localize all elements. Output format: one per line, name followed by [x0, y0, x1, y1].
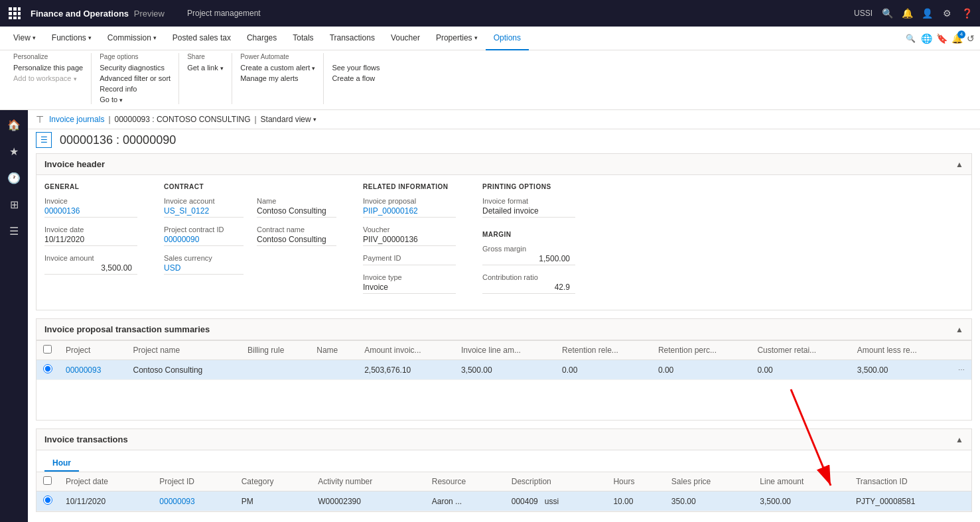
user-circle-icon[interactable]: 👤 [919, 5, 935, 21]
trans-col-line-amount[interactable]: Line amount [753, 472, 849, 491]
invoice-header-collapse[interactable]: ▲ [955, 160, 963, 169]
invoice-type-field: Invoice type Invoice [363, 273, 456, 294]
list-view-btn[interactable]: ☰ [36, 132, 52, 148]
col-project-name[interactable]: Project name [127, 341, 242, 360]
contribution-ratio-value: 42.9 [482, 283, 575, 294]
help-icon[interactable]: ❓ [959, 5, 975, 21]
trans-col-select [36, 472, 59, 491]
trans-row-sales-price: 350.00 [665, 491, 753, 511]
col-amount-less-re[interactable]: Amount less re... [851, 341, 951, 360]
transactions-collapse[interactable]: ▲ [955, 435, 963, 444]
trans-col-activity-number[interactable]: Activity number [311, 472, 425, 491]
col-retention-rele[interactable]: Retention rele... [555, 341, 652, 360]
ribbon-search-icon[interactable]: 🔍 [906, 34, 916, 43]
ribbon-group-power-automate2: See your flows Create a flow [324, 53, 387, 104]
ribbon-icon-world[interactable]: 🌐 [921, 33, 932, 44]
app-grid-icon[interactable] [5, 4, 24, 23]
invoice-header-section: Invoice header ▲ GENERAL Invoice 0000013… [36, 153, 972, 310]
get-link-btn[interactable]: Get a link ▾ [187, 63, 224, 72]
col-name[interactable]: Name [310, 341, 358, 360]
table-row[interactable]: 00000093 Contoso Consulting 2,503,676.10… [36, 360, 971, 380]
row-project[interactable]: 00000093 [59, 360, 127, 380]
tab-transactions[interactable]: Transactions [322, 27, 383, 50]
breadcrumb-parent[interactable]: Invoice journals [49, 115, 104, 124]
invoice-value[interactable]: 00000136 [44, 206, 137, 218]
summaries-section: Invoice proposal transaction summaries ▲… [36, 318, 972, 421]
row-project-name: Contoso Consulting [127, 360, 242, 380]
invoice-date-field: Invoice date 10/11/2020 [44, 226, 137, 246]
advanced-filter-btn[interactable]: Advanced filter or sort [100, 74, 171, 83]
summaries-collapse[interactable]: ▲ [955, 325, 963, 334]
col-amount-invoiced[interactable]: Amount invoic... [358, 341, 455, 360]
col-select [36, 341, 59, 360]
tab-charges[interactable]: Charges [239, 27, 285, 50]
tab-posted-sales-tax[interactable]: Posted sales tax [165, 27, 239, 50]
view-selector[interactable]: Standard view ▾ [261, 115, 316, 124]
filter-icon[interactable]: ⊤ [36, 114, 44, 125]
tab-view[interactable]: View ▾ [5, 27, 44, 50]
ribbon-notification-icon[interactable]: 🔔4 [951, 33, 963, 44]
col-project[interactable]: Project [59, 341, 127, 360]
project-contract-id-value[interactable]: 00000090 [164, 235, 244, 246]
go-to-btn[interactable]: Go to ▾ [100, 95, 171, 104]
tab-properties[interactable]: Properties ▾ [428, 27, 486, 50]
nav-home-icon[interactable]: 🏠 [2, 113, 26, 137]
ribbon-icon-refresh[interactable]: ↺ [967, 33, 975, 44]
trans-row-project-id[interactable]: 00000093 [153, 491, 234, 511]
col-billing-rule[interactable]: Billing rule [241, 341, 310, 360]
invoice-format-field: Invoice format Detailed invoice [482, 197, 575, 218]
tab-commission[interactable]: Commission ▾ [100, 27, 165, 50]
trans-select-all[interactable] [43, 476, 52, 485]
trans-row-project-date: 10/11/2020 [59, 491, 153, 511]
nav-star-icon[interactable]: ★ [2, 139, 26, 163]
trans-col-category[interactable]: Category [235, 472, 312, 491]
summaries-table-container: Project Project name Billing rule Name A… [36, 340, 971, 380]
ribbon-group-page-options-label: Page options [100, 53, 171, 60]
search-icon[interactable]: 🔍 [879, 5, 895, 21]
invoice-account-value[interactable]: US_SI_0122 [164, 206, 244, 218]
add-to-workspace-btn[interactable]: Add to workspace ▾ [13, 74, 83, 83]
trans-col-transaction-id[interactable]: Transaction ID [849, 472, 971, 491]
sales-currency-value[interactable]: USD [164, 263, 244, 275]
general-title: GENERAL [44, 183, 137, 190]
table-row[interactable]: 10/11/2020 00000093 PM W00002390 Aaron .… [36, 491, 971, 511]
security-diagnostics-btn[interactable]: Security diagnostics [100, 63, 171, 72]
hour-tab[interactable]: Hour [44, 456, 79, 472]
personalize-page-btn[interactable]: Personalize this page [13, 63, 83, 72]
trans-col-project-date[interactable]: Project date [59, 472, 153, 491]
nav-modules-icon[interactable]: ☰ [2, 219, 26, 243]
tab-voucher[interactable]: Voucher [383, 27, 428, 50]
col-invoice-line-amount[interactable]: Invoice line am... [455, 341, 555, 360]
voucher-field: Voucher PIIV_00000136 [363, 226, 456, 246]
bell-icon[interactable]: 🔔 [899, 5, 915, 21]
nav-recent-icon[interactable]: 🕐 [2, 166, 26, 190]
trans-col-description[interactable]: Description [505, 472, 607, 491]
contract-name-value: Contoso Consulting [257, 235, 336, 246]
gross-margin-value: 1,500.00 [482, 254, 575, 265]
trans-col-resource[interactable]: Resource [425, 472, 505, 491]
trans-col-project-id[interactable]: Project ID [153, 472, 234, 491]
ribbon-icon-bookmark[interactable]: 🔖 [936, 33, 947, 44]
tab-options[interactable]: Options [486, 27, 529, 50]
trans-row-description: 000409 ussi [505, 491, 607, 511]
settings-icon[interactable]: ⚙ [939, 5, 955, 21]
create-flow-btn[interactable]: Create a flow [332, 74, 380, 83]
invoice-proposal-value[interactable]: PIIP_00000162 [363, 206, 456, 218]
trans-row-radio[interactable] [43, 495, 52, 505]
col-retention-perc[interactable]: Retention perc... [652, 341, 750, 360]
contract-name-field: Contract name Contoso Consulting [257, 226, 336, 246]
ribbon-group-personalize-label: Personalize [13, 53, 83, 60]
col-customer-retai[interactable]: Customer retai... [750, 341, 850, 360]
trans-col-sales-price[interactable]: Sales price [665, 472, 753, 491]
nav-workspaces-icon[interactable]: ⊞ [2, 192, 26, 216]
select-all-checkbox[interactable] [43, 345, 52, 354]
see-flows-btn[interactable]: See your flows [332, 63, 380, 72]
tab-functions[interactable]: Functions ▾ [44, 27, 100, 50]
row-radio[interactable] [43, 364, 52, 373]
create-custom-alert-btn[interactable]: Create a custom alert ▾ [240, 63, 315, 72]
record-info-btn[interactable]: Record info [100, 84, 171, 94]
tab-totals[interactable]: Totals [285, 27, 321, 50]
name-label: Name [257, 197, 336, 205]
trans-col-hours[interactable]: Hours [606, 472, 664, 491]
manage-alerts-btn[interactable]: Manage my alerts [240, 74, 315, 83]
